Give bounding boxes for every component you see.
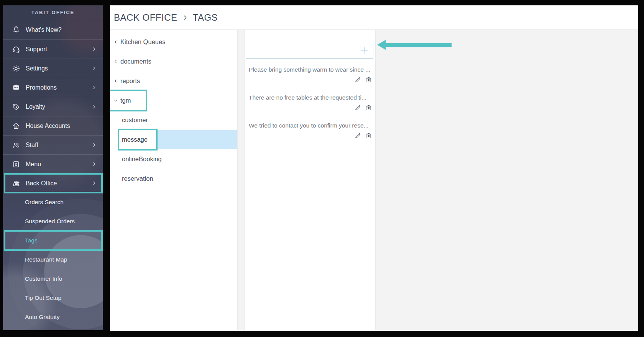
chevron-right-icon [92,85,97,90]
tags-list-panel: Please bring something warm to wear sinc… [245,30,376,330]
menu-card-icon [12,160,20,168]
tree-item-kitchen-queues[interactable]: Kitchen Queues [110,32,237,52]
sidebar-item-label: Tip Out Setup [25,294,103,301]
breadcrumb: BACK OFFICE TAGS [114,12,218,23]
tree-item-reservation[interactable]: reservation [110,169,237,188]
edit-tag-button[interactable] [354,104,361,111]
bell-icon [12,26,20,34]
sidebar-item-label: Support [26,46,103,53]
sidebar-item-label: Tags [25,237,103,244]
main-content: BACK OFFICE TAGS Kitchen Queuesdocuments… [110,5,638,331]
sidebar-item-label: Back Office [26,180,103,187]
delete-tag-button[interactable] [365,132,372,139]
new-tag-field [246,42,373,59]
edit-tag-button[interactable] [354,76,361,83]
sidebar-item-support[interactable]: Support [3,39,103,59]
tree-item-reports[interactable]: reports [110,71,237,91]
delete-tag-button[interactable] [365,76,372,83]
tag-item: Please bring something warm to wear sinc… [245,65,375,84]
svg-text:$: $ [15,125,17,128]
sidebar-item-label: Customer Info [25,275,103,282]
chevron-right-icon [92,142,97,147]
chevron-left-icon [113,39,118,44]
sidebar-item-customer-info[interactable]: Customer Info [3,269,103,288]
sidebar-item-auto-gratuity[interactable]: Auto Gratuity [3,308,103,327]
tree-item-onlinebooking[interactable]: onlineBooking [110,149,237,169]
tree-item-customer[interactable]: customer [110,110,237,130]
new-tag-input[interactable] [246,42,373,58]
sidebar-item-back-office[interactable]: Back Office [3,173,103,193]
trash-icon [365,76,372,83]
chevron-right-icon [92,47,97,52]
sidebar-item-tags[interactable]: Tags [3,231,103,250]
headset-icon [12,45,20,54]
sidebar-item-tip-out-setup[interactable]: Tip Out Setup [3,288,103,308]
sidebar-item-loyalty[interactable]: Loyalty [3,97,103,116]
plus-icon [359,45,369,55]
tree-item-tgm[interactable]: tgm [110,91,237,110]
sidebar-item-label: What's New? [26,26,103,33]
gear-icon [12,64,20,73]
tag-item: We tried to contact you to confirm your … [245,121,375,140]
pencil-icon [354,132,361,139]
tags-list: Please bring something warm to wear sinc… [245,65,375,140]
house-dollar-icon: $ [12,122,20,130]
breadcrumb-tags[interactable]: TAGS [193,12,218,23]
sidebar-item-label: Settings [26,65,103,72]
tree-item-label: message [122,136,148,143]
add-tag-button[interactable] [359,45,369,55]
sidebar-item-label: Restaurant Map [25,256,103,263]
trash-icon [365,104,372,111]
sidebar-item-label: Promotions [26,84,103,91]
tree-item-label: reports [120,77,140,85]
tree-item-label: reservation [122,175,153,182]
loyalty-tag-icon [12,103,20,111]
edit-tag-button[interactable] [354,132,361,139]
sidebar-item-menu[interactable]: Menu [3,154,103,173]
sidebar-item-house-accounts[interactable]: $House Accounts [3,116,103,135]
sidebar-item-staff[interactable]: Staff [3,135,103,154]
sidebar-item-label: Menu [26,161,103,168]
tree-item-label: documents [120,58,151,65]
chevron-down-icon [113,98,118,103]
sidebar-item-label: Orders Search [25,199,103,206]
sidebar-item-what-s-new[interactable]: What's New? [3,20,103,39]
tree-item-documents[interactable]: documents [110,52,237,71]
tree-item-label: Kitchen Queues [120,38,165,46]
sidebar-nav: What's New?SupportSettingsSALEPromotions… [3,20,103,327]
tag-text: There are no free tables at the requeste… [249,93,373,102]
sidebar-item-promotions[interactable]: SALEPromotions [3,78,103,97]
chevron-left-icon [113,59,118,64]
breadcrumb-back-office[interactable]: BACK OFFICE [114,12,177,23]
pencil-icon [354,104,361,111]
people-icon [12,141,20,149]
chevron-right-icon [92,181,97,186]
sidebar-item-settings[interactable]: Settings [3,59,103,78]
sidebar-item-label: Staff [26,142,103,149]
chevron-right-icon [92,66,97,71]
sidebar-item-restaurant-map[interactable]: Restaurant Map [3,250,103,269]
sale-sign-icon: SALE [12,83,20,92]
sidebar-item-orders-search[interactable]: Orders Search [3,193,103,212]
tag-text: We tried to contact you to confirm your … [249,121,373,130]
folder-docs-icon [12,179,20,188]
pencil-icon [354,76,361,83]
tag-item: There are no free tables at the requeste… [245,93,375,112]
app-window: TABIT OFFICE What's New?SupportSettingsS… [0,0,644,337]
tag-actions [249,103,373,112]
app-title: TABIT OFFICE [3,5,103,20]
tag-actions [249,131,373,140]
tree-item-message[interactable]: message [110,130,237,149]
svg-text:SALE: SALE [14,87,18,88]
sidebar-item-label: Auto Gratuity [25,314,103,321]
tag-actions [249,75,373,84]
tags-tree-panel: Kitchen Queuesdocumentsreportstgmcustome… [110,30,238,330]
delete-tag-button[interactable] [365,104,372,111]
sidebar: TABIT OFFICE What's New?SupportSettingsS… [3,5,103,330]
sidebar-item-label: Loyalty [26,103,103,110]
tree-item-label: customer [122,116,148,124]
sidebar-item-label: Suspended Orders [25,218,103,225]
chevron-left-icon [113,79,118,83]
trash-icon [365,132,372,139]
sidebar-item-suspended-orders[interactable]: Suspended Orders [3,212,103,231]
